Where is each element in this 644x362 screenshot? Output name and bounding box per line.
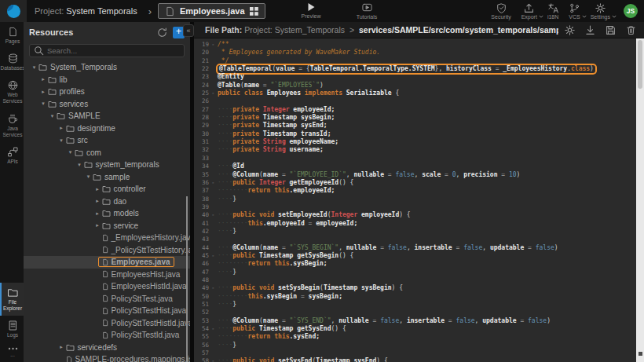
tree-item-employeeshistid-java[interactable]: EmployeesHistId.java — [24, 280, 190, 293]
tree-item--employeeshistory-java[interactable]: _EmployeesHistory.java — [24, 232, 190, 244]
sidebar-item-web-services[interactable]: WebServices — [0, 75, 24, 108]
code-line: 25-public class Employees implements Ser… — [194, 90, 636, 97]
tree-item-com[interactable]: ▾ com — [24, 147, 190, 159]
line-number: 39 — [194, 203, 211, 211]
tree-item-profiles[interactable]: ▸ profiles — [24, 86, 190, 98]
chevron-expanded-icon[interactable]: ▾ — [84, 174, 93, 180]
chevron-expanded-icon[interactable]: ▾ — [39, 101, 48, 107]
tree-item-employeeshist-java[interactable]: EmployeesHist.java — [24, 269, 190, 281]
chevron-expanded-icon[interactable]: ▾ — [66, 149, 75, 155]
tree-item-designtime[interactable]: ▸ designtime — [24, 122, 190, 135]
tree-item-sample-procedures-mappings-json[interactable]: SAMPLE-procedures.mappings.json — [24, 353, 190, 362]
settings-button[interactable] — [565, 25, 575, 35]
fold-marker[interactable]: - — [211, 211, 218, 219]
resources-title: Resources — [29, 27, 152, 37]
sidebar-item-[interactable]: ... — [0, 342, 24, 362]
sidebar-item-apis[interactable]: APIs — [0, 142, 24, 169]
sidebar-item-databases[interactable]: Databases — [0, 49, 24, 75]
code-line: 55········return this.sysEnd; — [194, 333, 636, 341]
tree-item-policystttesthist-java[interactable]: PolicySttTestHist.java — [24, 305, 190, 317]
tree-item-src[interactable]: ▾ src — [24, 134, 190, 147]
tab-employees-java[interactable]: Employees.java — [158, 3, 265, 19]
collapse-panel-button[interactable]: « — [183, 24, 194, 37]
tree-item-services[interactable]: ▾ services — [24, 98, 190, 111]
chevron-expanded-icon[interactable]: ▾ — [75, 162, 84, 168]
fold-marker[interactable]: - — [211, 90, 218, 97]
tree-item-policystttesthistid-java[interactable]: PolicySttTestHistId.java — [24, 317, 190, 330]
tree-item-servicedefs[interactable]: ▸ servicedefs — [24, 342, 190, 354]
sidebar-item-pages[interactable]: Pages — [0, 22, 24, 49]
tutorials-label: Tutorials — [357, 14, 378, 20]
fold-marker — [211, 155, 218, 163]
code-line: 46········return this.sysBegin; — [194, 260, 636, 268]
tree-item-system-temporals[interactable]: ▾ system_temporals — [24, 159, 190, 171]
tree-item-sample[interactable]: ▾ SAMPLE — [24, 110, 190, 122]
tree-item--policystttesthistory-java[interactable]: _PolicySttTestHistory.java — [24, 244, 190, 257]
chevron-expanded-icon[interactable]: ▾ — [48, 113, 57, 119]
grid-icon[interactable] — [250, 7, 258, 16]
sidebar-item-file-explorer[interactable]: FileExplorer — [0, 283, 24, 316]
fold-marker[interactable]: - — [211, 357, 218, 362]
settings-button[interactable]: Settings — [591, 3, 610, 20]
wavemaker-logo[interactable] — [0, 0, 27, 22]
fold-marker[interactable]: - — [211, 41, 218, 49]
tree-item-policystttestid-java[interactable]: PolicySttTestId.java — [24, 329, 190, 342]
tree-item-dao[interactable]: ▸ dao — [24, 196, 190, 208]
line-number: 57 — [194, 349, 211, 357]
code-line: 39 — [194, 203, 636, 211]
download-button[interactable] — [585, 25, 595, 35]
tree-scrollbar[interactable] — [186, 196, 188, 362]
export-button[interactable]: Export — [521, 3, 537, 20]
search-input[interactable]: Search... — [29, 44, 185, 57]
line-number: 32 — [194, 146, 211, 154]
tree-item-models[interactable]: ▸ models — [24, 207, 190, 220]
tree-item-system-temporals[interactable]: ▾ System_Temporals — [24, 61, 190, 74]
file-icon — [102, 246, 108, 254]
avatar[interactable]: JS — [624, 4, 638, 18]
sidebar-item-label: Pages — [5, 38, 20, 45]
tree-item-lib[interactable]: ▸ lib — [24, 74, 190, 86]
tutorials-button[interactable]: Tutorials — [348, 2, 386, 20]
fold-marker — [211, 349, 218, 357]
tree-item-employees-java[interactable]: Employees.java — [24, 256, 190, 269]
tree-item-service[interactable]: ▸ service — [24, 220, 190, 232]
sidebar-item-java-services[interactable]: JavaServices — [0, 109, 24, 142]
vcs-button[interactable]: VCS — [569, 3, 580, 20]
translate-icon — [548, 3, 558, 13]
code-line: 31····private String employeeName; — [194, 138, 636, 146]
fold-marker — [211, 187, 218, 195]
security-button[interactable]: Security — [491, 3, 510, 20]
fold-marker[interactable]: - — [211, 284, 218, 292]
code-line: 47····} — [194, 269, 636, 276]
chevron-collapsed-icon[interactable]: ▸ — [93, 198, 102, 204]
save-button[interactable] — [606, 25, 616, 35]
chevron-collapsed-icon[interactable]: ▸ — [39, 76, 48, 82]
code-lines[interactable]: 19-/**20 * Employees generated by WaveMa… — [194, 38, 636, 362]
editor-scrollbar-thumb[interactable] — [638, 40, 642, 89]
tree-item-controller[interactable]: ▸ controller — [24, 183, 190, 196]
chevron-collapsed-icon[interactable]: ▸ — [39, 89, 48, 95]
refresh-icon[interactable] — [157, 27, 167, 38]
chevron-collapsed-icon[interactable]: ▸ — [57, 344, 66, 350]
i18n-button[interactable]: i18N — [547, 3, 558, 20]
chevron-expanded-icon[interactable]: ▾ — [30, 64, 38, 71]
code-line: 26 — [194, 97, 636, 105]
editor-actions — [565, 25, 636, 35]
tree-item-policystttest-java[interactable]: PolicySttTest.java — [24, 293, 190, 305]
fold-marker[interactable]: - — [211, 252, 218, 260]
tree-item-sample[interactable]: ▾ sample — [24, 171, 190, 184]
fold-marker[interactable]: - — [211, 325, 218, 333]
editor-scrollbar[interactable] — [636, 38, 644, 362]
delete-button[interactable] — [626, 25, 636, 35]
fold-marker — [211, 97, 218, 105]
chevron-collapsed-icon[interactable]: ▸ — [57, 125, 66, 131]
chevron-collapsed-icon[interactable]: ▸ — [93, 210, 102, 217]
chevron-expanded-icon[interactable]: ▾ — [57, 137, 66, 144]
chevron-collapsed-icon[interactable]: ▸ — [93, 186, 102, 192]
fold-marker — [211, 276, 218, 284]
chevron-collapsed-icon[interactable]: ▸ — [93, 222, 102, 229]
preview-button[interactable]: Preview — [294, 2, 328, 19]
branch-icon — [569, 3, 580, 13]
sidebar-item-logs[interactable]: Logs — [0, 316, 24, 342]
fold-marker[interactable]: - — [211, 179, 218, 187]
